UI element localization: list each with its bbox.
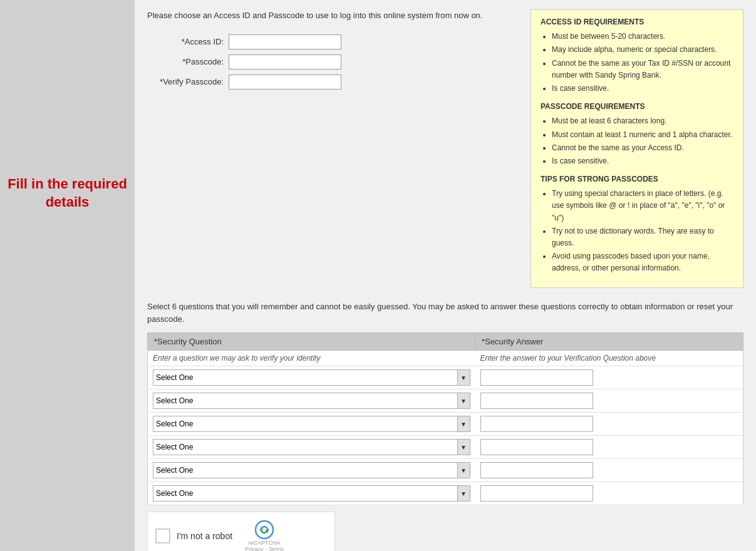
answer-cell-3 <box>475 413 743 436</box>
select-arrow-5[interactable]: ▼ <box>458 462 470 478</box>
security-table: *Security Question *Security Answer Ente… <box>147 332 743 505</box>
answer-cell-1 <box>475 366 743 389</box>
tips-list: Try using special characters in place of… <box>552 188 733 274</box>
security-table-header: *Security Question *Security Answer <box>148 333 743 351</box>
requirements-box: ACCESS ID REQUIREMENTS Must be between 5… <box>531 9 743 288</box>
answer-cell-6 <box>475 482 743 505</box>
main-content: Fill in the required details Please choo… <box>0 0 756 551</box>
question-select-6[interactable]: Select One <box>153 485 458 502</box>
answer-cell-4 <box>475 436 743 459</box>
access-id-req-item: May include alpha, numeric or special ch… <box>552 44 733 56</box>
select-arrow-1[interactable]: ▼ <box>458 369 470 386</box>
question-cell-1: Select One ▼ <box>148 366 475 389</box>
hint-row: Enter a question we may ask to verify yo… <box>148 351 743 366</box>
passcode-req-item: Must contain at least 1 numeric and 1 al… <box>552 129 733 141</box>
sidebar: Fill in the required details <box>0 0 135 551</box>
tips-item: Avoid using passcodes based upon your na… <box>552 250 733 274</box>
select-wrapper-6: Select One ▼ <box>153 485 470 502</box>
answer-cell-5 <box>475 459 743 482</box>
answer-input-3[interactable] <box>480 416 593 432</box>
answer-input-5[interactable] <box>480 462 593 478</box>
captcha-label: I'm not a robot <box>177 531 232 541</box>
access-id-req-item: Must be between 5-20 characters. <box>552 31 733 43</box>
sidebar-message: Fill in the required details <box>6 175 128 211</box>
security-intro-text: Select 6 questions that you will remembe… <box>147 301 743 327</box>
question-cell-4: Select One ▼ <box>148 436 475 459</box>
form-area: Please choose an Access ID and Passcode … <box>135 0 756 551</box>
access-id-req-title: ACCESS ID REQUIREMENTS <box>541 16 733 28</box>
question-select-5[interactable]: Select One <box>153 462 458 478</box>
passcode-req-item: Is case sensitive. <box>552 155 733 167</box>
question-select-4[interactable]: Select One <box>153 439 458 455</box>
passcode-req-item: Must be at least 6 characters long. <box>552 115 733 127</box>
captcha-right: reCAPTCHA Privacy - Terms <box>245 520 284 551</box>
verify-passcode-label: *Verify Passcode: <box>147 77 229 86</box>
credentials-fields: Please choose an Access ID and Passcode … <box>147 9 518 288</box>
answer-hint: Enter the answer to your Verification Qu… <box>475 351 743 366</box>
security-row-4: Select One ▼ <box>148 436 743 459</box>
question-header: *Security Question <box>148 333 475 351</box>
passcode-row: *Passcode: <box>147 54 518 70</box>
passcode-req-list: Must be at least 6 characters long. Must… <box>552 115 733 167</box>
tips-item: Try not to use dictionary words. They ar… <box>552 225 733 249</box>
question-cell-2: Select One ▼ <box>148 389 475 413</box>
select-wrapper-1: Select One ▼ <box>153 369 470 386</box>
svg-point-0 <box>256 521 273 538</box>
access-id-row: *Access ID: <box>147 34 518 49</box>
tips-item: Try using special characters in place of… <box>552 188 733 224</box>
select-arrow-6[interactable]: ▼ <box>458 485 470 502</box>
security-section: Select 6 questions that you will remembe… <box>147 301 743 506</box>
passcode-input[interactable] <box>229 54 341 70</box>
security-row-1: Select One ▼ <box>148 366 743 389</box>
verify-passcode-input[interactable] <box>229 75 341 90</box>
select-wrapper-3: Select One ▼ <box>153 416 470 432</box>
question-select-2[interactable]: Select One <box>153 393 458 409</box>
page-wrapper: Fill in the required details Please choo… <box>0 0 756 551</box>
question-cell-5: Select One ▼ <box>148 459 475 482</box>
passcode-req-title: PASSCODE REQUIREMENTS <box>541 101 733 113</box>
security-row-5: Select One ▼ <box>148 459 743 482</box>
recaptcha-icon <box>254 520 274 540</box>
captcha-section: I'm not a robot reCAPTCHA Privacy - Term… <box>147 512 743 551</box>
select-wrapper-4: Select One ▼ <box>153 439 470 455</box>
security-row-3: Select One ▼ <box>148 413 743 436</box>
question-cell-6: Select One ▼ <box>148 482 475 505</box>
tips-title: TIPS FOR STRONG PASSCODES <box>541 173 733 185</box>
passcode-req-item: Cannot be the same as your Access ID. <box>552 142 733 154</box>
select-arrow-4[interactable]: ▼ <box>458 439 470 455</box>
question-select-3[interactable]: Select One <box>153 416 458 432</box>
answer-input-6[interactable] <box>480 485 593 502</box>
question-select-1[interactable]: Select One <box>153 369 458 386</box>
recaptcha-links[interactable]: Privacy - Terms <box>245 546 284 551</box>
access-id-input[interactable] <box>229 34 341 49</box>
select-wrapper-5: Select One ▼ <box>153 462 470 478</box>
question-hint: Enter a question we may ask to verify yo… <box>148 351 475 366</box>
answer-header: *Security Answer <box>475 333 743 351</box>
captcha-text-area: I'm not a robot <box>155 528 232 543</box>
passcode-label: *Passcode: <box>147 57 229 66</box>
security-row-2: Select One ▼ <box>148 389 743 413</box>
select-arrow-3[interactable]: ▼ <box>458 416 470 432</box>
access-id-req-item: Is case sensitive. <box>552 83 733 95</box>
access-id-req-item: Cannot be the same as your Tax ID #/SSN … <box>552 58 733 81</box>
answer-input-4[interactable] <box>480 439 593 455</box>
answer-input-1[interactable] <box>480 369 593 386</box>
answer-input-2[interactable] <box>480 393 593 409</box>
access-form-section: Please choose an Access ID and Passcode … <box>147 9 743 288</box>
recaptcha-brand: reCAPTCHA <box>248 540 280 546</box>
access-id-label: *Access ID: <box>147 37 229 46</box>
verify-passcode-row: *Verify Passcode: <box>147 75 518 90</box>
select-wrapper-2: Select One ▼ <box>153 393 470 409</box>
captcha-widget: I'm not a robot reCAPTCHA Privacy - Term… <box>147 512 335 551</box>
captcha-checkbox[interactable] <box>155 528 170 543</box>
security-row-6: Select One ▼ <box>148 482 743 505</box>
intro-text: Please choose an Access ID and Passcode … <box>147 9 518 22</box>
question-cell-3: Select One ▼ <box>148 413 475 436</box>
answer-cell-2 <box>475 389 743 413</box>
select-arrow-2[interactable]: ▼ <box>458 393 470 409</box>
access-id-req-list: Must be between 5-20 characters. May inc… <box>552 31 733 95</box>
tips-section: TIPS FOR STRONG PASSCODES Try using spec… <box>541 173 733 275</box>
